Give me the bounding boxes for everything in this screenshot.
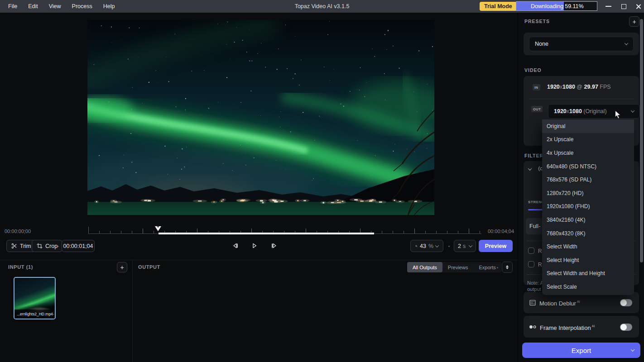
filter-checkbox-2[interactable]: [528, 261, 534, 267]
close-icon: [635, 4, 641, 10]
zoom-level-dropdown[interactable]: 43 %: [410, 240, 443, 252]
resolution-option[interactable]: 7680x4320 (8K): [542, 227, 634, 240]
resolution-option[interactable]: Original: [542, 119, 634, 133]
timeline-range-bar[interactable]: [159, 233, 374, 234]
menu-view[interactable]: View: [43, 0, 67, 13]
crop-label: Crop: [45, 243, 58, 249]
motion-deblur-label: Motion DeblurAI: [539, 299, 580, 307]
playhead-notch: [157, 226, 159, 228]
collapse-filter-button[interactable]: [529, 168, 531, 171]
preview-length-dropdown[interactable]: 2 s: [454, 240, 476, 252]
menu-edit[interactable]: Edit: [23, 0, 43, 13]
window-title: Topaz Video AI v3.1.5: [295, 0, 350, 13]
resolution-option[interactable]: Select Scale: [542, 280, 634, 294]
motion-deblur-toggle[interactable]: [620, 299, 632, 306]
frame-interpolation-icon: [529, 324, 537, 330]
minimize-icon: [606, 6, 611, 7]
preset-value: None: [535, 41, 548, 47]
sort-icon: [506, 265, 509, 267]
aurora-video-frame: [87, 20, 434, 215]
resolution-option[interactable]: 640x480 (SD NTSC): [542, 160, 634, 173]
trim-label: Trim: [20, 243, 31, 249]
maximize-button[interactable]: [618, 0, 630, 13]
more-options-icon[interactable]: ···: [53, 312, 56, 317]
separator-dot: [448, 246, 450, 247]
separator-dot: [58, 246, 59, 247]
filter-checkbox-1-label: R: [538, 248, 542, 254]
preview-length-value: 2: [458, 243, 461, 249]
menu-file[interactable]: File: [3, 0, 23, 13]
current-timecode-field[interactable]: 00:00:01;04: [62, 240, 95, 252]
maximize-icon: [621, 4, 626, 9]
zoom-value: 43: [420, 243, 426, 249]
transport-controls: [230, 241, 279, 251]
tab-previews[interactable]: Previews: [442, 262, 474, 272]
sidebar-scrollbar[interactable]: [640, 19, 643, 262]
output-resolution-value: 1920x1080 (Original): [554, 108, 607, 114]
input-thumbnail[interactable]: ...ernlights2_HD.mp4 ···: [14, 277, 56, 319]
resolution-option[interactable]: Select Height: [542, 253, 634, 267]
next-frame-icon: [270, 242, 278, 249]
preset-select[interactable]: None: [529, 37, 634, 51]
presets-label: PRESETS: [524, 19, 550, 24]
motion-deblur-card: Motion DeblurAI: [524, 292, 639, 313]
filters-note-line2: output: [527, 286, 541, 292]
resolution-option[interactable]: 3840x2160 (4K): [542, 213, 634, 227]
chevron-down-icon: [469, 243, 472, 247]
filter-checkbox-1[interactable]: [528, 248, 534, 254]
download-label: Downloading: [531, 3, 564, 10]
minimize-button[interactable]: [602, 0, 614, 13]
add-input-button[interactable]: +: [117, 262, 127, 272]
output-tabs: All Outputs Previews Exports: [407, 262, 501, 272]
zoom-unit: %: [428, 243, 433, 249]
chevron-down-icon: [435, 243, 439, 247]
timeline-ruler[interactable]: [88, 227, 481, 234]
download-percent: 59.11%: [565, 3, 583, 10]
frame-interpolation-label: Frame InterpolationAI: [540, 324, 595, 332]
motion-deblur-icon: [529, 300, 536, 306]
resolution-option[interactable]: 2x Upscale: [542, 133, 634, 147]
out-badge: OUT: [531, 106, 543, 112]
video-label: VIDEO: [524, 67, 542, 73]
next-frame-button[interactable]: [269, 241, 279, 251]
resolution-option[interactable]: Select Width: [542, 240, 634, 253]
resolution-option[interactable]: Select Width and Height: [542, 267, 634, 281]
chevron-down-icon: [625, 41, 628, 45]
sort-outputs-button[interactable]: [502, 262, 513, 273]
menu-help[interactable]: Help: [98, 0, 120, 13]
chevron-down-icon: [631, 348, 634, 351]
play-button[interactable]: [250, 241, 260, 251]
output-resolution-dropdown: Original2x Upscale4x Upscale640x480 (SD …: [542, 119, 634, 295]
in-badge: IN: [533, 84, 540, 90]
input-resolution: 1920x1080 @ 29.97 FPS: [547, 84, 611, 90]
preview-button[interactable]: Preview: [479, 240, 513, 252]
preview-length-unit: s: [463, 243, 466, 249]
scissors-icon: [11, 243, 17, 249]
frame-interpolation-toggle[interactable]: [620, 324, 632, 331]
horizontal-divider: [0, 260, 518, 260]
title-bar: File Edit View Process Help Topaz Video …: [0, 0, 644, 13]
filter-checkbox-2-label: R: [538, 262, 542, 268]
video-preview: [87, 20, 434, 215]
close-button[interactable]: [632, 0, 644, 13]
resolution-option[interactable]: 4x Upscale: [542, 146, 634, 160]
input-file-name: ...ernlights2_HD.mp4: [17, 312, 53, 316]
previous-frame-button[interactable]: [230, 241, 240, 251]
chevron-down-icon: [631, 109, 634, 112]
export-button[interactable]: Export: [522, 343, 640, 358]
download-progress-fill: Downloading: [516, 2, 564, 10]
timeline-end-timecode: 00:00:04;04: [488, 229, 514, 234]
play-icon: [251, 242, 258, 249]
magnifier-icon: [415, 243, 418, 249]
resolution-option[interactable]: 1280x720 (HD): [542, 186, 634, 200]
output-panel-label: OUTPUT: [138, 264, 160, 270]
frame-interpolation-card: Frame InterpolationAI: [524, 316, 639, 338]
presets-card: None: [524, 33, 639, 55]
add-preset-button[interactable]: +: [629, 16, 639, 27]
resolution-option[interactable]: 768x576 (SD PAL): [542, 173, 634, 186]
resolution-option[interactable]: 1920x1080 (FHD): [542, 200, 634, 214]
tab-all-outputs[interactable]: All Outputs: [407, 262, 442, 272]
menu-process[interactable]: Process: [67, 0, 98, 13]
trial-mode-badge[interactable]: Trial Mode: [480, 2, 517, 11]
output-resolution-select[interactable]: 1920x1080 (Original): [548, 104, 640, 119]
